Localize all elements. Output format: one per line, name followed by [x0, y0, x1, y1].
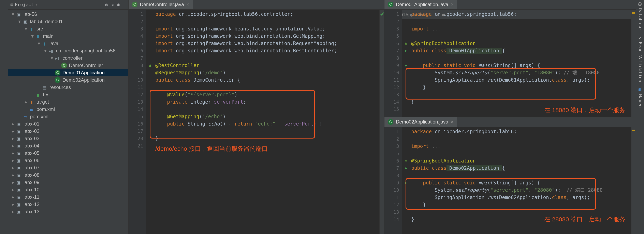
expand-icon[interactable]: ▸	[10, 121, 16, 127]
close-icon[interactable]: ×	[451, 2, 454, 7]
tree-item-labx-11[interactable]: ▸▣labx-11	[8, 193, 128, 201]
tree-item-labx-03[interactable]: ▸▣labx-03	[8, 135, 128, 142]
tree-item-labx-13[interactable]: ▸▣labx-13	[8, 208, 128, 215]
tree-item-labx-10[interactable]: ▸▣labx-10	[8, 186, 128, 193]
expand-icon[interactable]: ▸	[10, 165, 16, 171]
tree-item-demo01application[interactable]: CDemo01Application	[8, 69, 128, 76]
expand-icon[interactable]: ▸	[10, 194, 16, 200]
expand-icon[interactable]: ▾	[24, 26, 28, 32]
expand-icon[interactable]: ▸	[10, 180, 16, 185]
annotation-text-2: 在 18080 端口，启动一个服务	[544, 106, 625, 114]
tree-item-democontroller[interactable]: CDemoController	[8, 62, 128, 69]
expand-icon[interactable]: ▾	[10, 11, 16, 17]
expand-icon[interactable]: ▸	[10, 158, 16, 163]
tree-item-labx-07[interactable]: ▸▣labx-07	[8, 164, 128, 171]
editor-tabbar-r1: C Demo01Application.java ×	[384, 0, 636, 10]
error-stripe-left[interactable]	[379, 10, 384, 234]
java-class-icon: C	[132, 2, 138, 7]
editor-demo01: C Demo01Application.java × 1235678910111…	[384, 0, 636, 117]
error-stripe-r1[interactable]	[631, 10, 636, 117]
tree-item-src[interactable]: ▾▮src	[8, 25, 128, 33]
tree-item-labx-04[interactable]: ▸▣labx-04	[8, 142, 128, 150]
project-panel-header: ▤ Project ▾ ◎ ⇲ ✱ —	[8, 0, 128, 10]
tree-item-pom-xml[interactable]: mpom.xml	[8, 106, 128, 113]
tree-item-resources[interactable]: ▤resources	[8, 84, 128, 91]
code-r1[interactable]: package cn.iocoder.springboot.lab56; imp…	[402, 10, 631, 117]
tab-democontroller[interactable]: C DemoController.java ×	[128, 0, 193, 9]
tree-item-cn-iocoder-springboot-lab56[interactable]: ▾▸▮cn.iocoder.springboot.lab56	[8, 47, 128, 54]
tree-item-labx-06[interactable]: ▸▣labx-06	[8, 157, 128, 164]
expand-icon[interactable]: ▸	[24, 99, 28, 105]
tree-item-controller[interactable]: ▾▸▮controller	[8, 54, 128, 62]
gear-icon[interactable]: ✱	[117, 2, 120, 7]
close-icon[interactable]: ×	[186, 2, 189, 7]
editor-democontroller: C DemoController.java × 1234567891011121…	[128, 0, 384, 234]
gutter-r1[interactable]: 12356789101112131415 ❀▶▶	[384, 10, 402, 117]
editor-tabbar-r2: C Demo02Application.java ×	[384, 117, 636, 127]
error-stripe-r2[interactable]	[631, 127, 636, 234]
expand-icon[interactable]: ▾	[30, 33, 35, 39]
project-icon: ▤	[10, 2, 13, 7]
tree-item-test[interactable]: ▮test	[8, 91, 128, 98]
editor-demo02: C Demo02Application.java × 1235678910111…	[384, 117, 636, 234]
gutter-r2[interactable]: 123567891011121314 ❀▶▶	[384, 127, 402, 234]
expand-icon[interactable]: ▾	[17, 19, 22, 24]
tree-item-labx-09[interactable]: ▸▣labx-09	[8, 179, 128, 186]
editor-tabbar-left: C DemoController.java ×	[128, 0, 384, 10]
tree-item-labx-02[interactable]: ▸▣labx-02	[8, 128, 128, 135]
expand-icon[interactable]: ▸	[10, 201, 16, 207]
project-panel-title[interactable]: ▤ Project ▾	[10, 2, 105, 7]
project-tree[interactable]: ▾▣lab-56▾▣lab-56-demo01▾▮src▾▮main▾▮java…	[8, 10, 128, 234]
expand-icon[interactable]: ▸	[10, 209, 16, 214]
locate-icon[interactable]: ◎	[105, 2, 108, 7]
tree-item-target[interactable]: ▸▮target	[8, 98, 128, 106]
expand-icon[interactable]: ▾	[50, 55, 54, 61]
tree-item-pom-xml[interactable]: mpom.xml	[8, 113, 128, 120]
chevron-down-icon: ▾	[35, 2, 38, 7]
expand-icon[interactable]: ▸	[10, 128, 16, 134]
tab-demo02application[interactable]: C Demo02Application.java ×	[384, 117, 457, 127]
spring-class-icon: C	[388, 119, 394, 125]
tree-item-main[interactable]: ▾▮main	[8, 33, 128, 40]
tree-item-lab-56[interactable]: ▾▣lab-56	[8, 11, 128, 18]
tree-item-java[interactable]: ▾▮java	[8, 40, 128, 47]
tree-item-labx-08[interactable]: ▸▣labx-08	[8, 171, 128, 179]
warning-indicator-icon	[632, 12, 635, 14]
code-r2[interactable]: package cn.iocoder.springboot.lab56; imp…	[402, 127, 631, 234]
expand-all-icon[interactable]: ⇲	[111, 2, 114, 7]
code-left[interactable]: package cn.iocoder.springboot.lab56.cont…	[146, 10, 379, 234]
tab-demo01application[interactable]: C Demo01Application.java ×	[384, 0, 457, 9]
hide-icon[interactable]: —	[123, 2, 126, 7]
left-tool-strip	[0, 0, 8, 234]
expand-icon[interactable]: ▸	[10, 187, 16, 193]
tree-item-demo02application[interactable]: CDemo02Application	[8, 76, 128, 84]
maven-icon: m	[638, 88, 642, 93]
database-icon: ⛁	[638, 2, 642, 7]
expand-icon[interactable]: ▸	[10, 172, 16, 178]
annotation-text-3: 在 28080 端口，启动一个服务	[544, 215, 625, 223]
annotation-text-1: /demo/echo 接口，返回当前服务器的端口	[155, 145, 268, 152]
warning-indicator-icon	[632, 129, 635, 131]
close-icon[interactable]: ×	[451, 119, 454, 125]
expand-icon[interactable]: ▸	[10, 143, 16, 149]
tool-maven[interactable]: mMaven	[638, 88, 643, 108]
tree-item-lab-56-demo01[interactable]: ▾▣lab-56-demo01	[8, 18, 128, 25]
tool-database[interactable]: ⛁Database	[638, 2, 643, 30]
spring-class-icon: C	[388, 2, 394, 7]
tree-item-labx-05[interactable]: ▸▣labx-05	[8, 150, 128, 157]
validation-icon: ✓	[638, 35, 642, 40]
tree-item-labx-12[interactable]: ▸▣labx-12	[8, 201, 128, 208]
expand-icon[interactable]: ▾	[36, 41, 41, 46]
tree-item-labx-01[interactable]: ▸▣labx-01	[8, 120, 128, 128]
project-panel: ▤ Project ▾ ◎ ⇲ ✱ — ▾▣lab-56▾▣lab-56-dem…	[8, 0, 128, 234]
tool-bean-validation[interactable]: ✓Bean Validation	[638, 35, 643, 82]
gutter-left[interactable]: 12345678910111213141516172021 ❀	[128, 10, 146, 234]
ok-indicator-icon	[380, 11, 383, 13]
expand-icon[interactable]: ▸	[10, 150, 16, 156]
right-tool-strip: ⛁Database ✓Bean Validation mMaven	[636, 0, 644, 234]
expand-icon[interactable]: ▾	[43, 48, 48, 54]
expand-icon[interactable]: ▸	[10, 136, 16, 141]
